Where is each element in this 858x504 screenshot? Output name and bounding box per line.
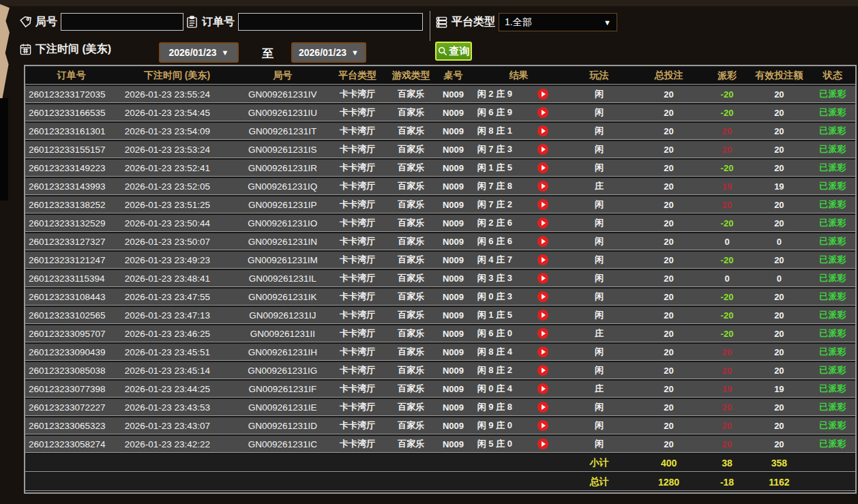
bet-time-cell: 2026-01-23 23:48:41 (118, 270, 237, 287)
date-from-picker[interactable]: 2026/01/23 ▼ (159, 42, 239, 63)
play-icon[interactable] (537, 273, 548, 284)
play-icon[interactable] (537, 346, 548, 357)
valid-bet-cell: 20 (748, 288, 810, 306)
order-number-cell: 260123233108443 (25, 288, 118, 306)
valid-bet-cell: 20 (748, 417, 810, 434)
play-icon[interactable] (537, 162, 548, 173)
clipboard-icon (186, 16, 198, 29)
order-number-cell: 260123233132529 (25, 215, 118, 232)
game-type-cell: 百家乐 (387, 417, 436, 434)
table-no-cell: N009 (436, 104, 471, 121)
result-cell: 闲 3 庄 3 (471, 270, 518, 287)
play-triangle (542, 386, 546, 391)
total-bet-cell: 20 (632, 381, 706, 398)
play-icon[interactable] (537, 144, 548, 155)
bet-records-table: 订单号 下注时间 (美东) 局号 平台类型 游戏类型 桌号 结果 玩法 总投注 … (24, 65, 857, 494)
order-number-cell: 260123233166535 (25, 104, 118, 121)
play-icon[interactable] (537, 236, 548, 247)
total-payout: -18 (706, 473, 748, 491)
replay-cell (519, 233, 567, 250)
status-cell: 已派彩 (810, 307, 855, 324)
search-button-label: 查询 (449, 45, 470, 58)
status-cell: 已派彩 (810, 417, 855, 434)
payout-cell: 20 (706, 141, 748, 158)
game-type-cell: 百家乐 (387, 381, 436, 398)
play-icon[interactable] (537, 89, 548, 100)
result-cell: 闲 6 庄 6 (471, 233, 518, 250)
play-icon[interactable] (537, 107, 548, 118)
game-type-cell: 百家乐 (387, 344, 436, 361)
game-type-cell: 百家乐 (387, 160, 436, 177)
total-valid-bet: 1162 (748, 473, 810, 491)
replay-cell (519, 362, 567, 379)
table-no-cell: N009 (436, 215, 471, 232)
play-icon[interactable] (537, 254, 548, 265)
play-icon[interactable] (537, 383, 548, 394)
play-triangle (542, 128, 546, 134)
play-icon[interactable] (537, 328, 548, 339)
chevron-down-icon: ▼ (604, 18, 611, 27)
replay-cell (519, 436, 567, 453)
play-icon[interactable] (537, 439, 548, 449)
col-header-table-no: 桌号 (436, 68, 471, 85)
result-cell: 闲 6 庄 9 (471, 104, 518, 121)
order-input[interactable] (238, 13, 423, 31)
result-cell: 闲 7 庄 3 (471, 141, 518, 158)
date-to-picker[interactable]: 2026/01/23 ▼ (291, 42, 366, 63)
order-number-cell: 260123233121247 (25, 252, 118, 269)
result-cell: 闲 0 庄 4 (471, 381, 518, 398)
bet-type-cell: 闲 (567, 436, 632, 453)
bet-type-cell: 闲 (567, 252, 632, 269)
replay-cell (519, 252, 567, 269)
play-icon[interactable] (537, 310, 548, 321)
play-triangle (542, 110, 546, 115)
play-triangle (542, 276, 546, 281)
col-header-round: 局号 (237, 68, 329, 85)
play-icon[interactable] (537, 365, 548, 376)
platform-select[interactable]: 1.全部 ▼ (499, 13, 617, 31)
date-to-value: 2026/01/23 (299, 47, 346, 58)
search-button[interactable]: 查询 (435, 42, 472, 61)
play-icon[interactable] (537, 125, 548, 136)
play-icon[interactable] (537, 402, 548, 413)
payout-cell: 0 (706, 270, 748, 287)
round-id-cell: GN009261231ID (237, 417, 329, 434)
replay-cell (519, 270, 567, 287)
result-cell: 闲 7 庄 8 (471, 178, 518, 195)
play-icon[interactable] (537, 420, 548, 431)
play-icon[interactable] (537, 291, 548, 302)
replay-cell (519, 307, 567, 324)
total-bet-cell: 20 (632, 344, 706, 361)
valid-bet-cell: 20 (748, 436, 810, 453)
round-input[interactable] (61, 13, 183, 31)
play-icon[interactable] (537, 181, 548, 192)
replay-cell (519, 399, 567, 416)
col-header-game: 游戏类型 (387, 68, 436, 85)
table-row: 260123233058274 2026-01-23 23:42:22 GN00… (25, 436, 855, 453)
round-id-cell: GN009261231IQ (237, 178, 329, 195)
status-cell: 已派彩 (810, 436, 855, 453)
table-no-cell: N009 (436, 233, 471, 250)
platform-cell: 卡卡湾厅 (329, 362, 386, 379)
round-id-cell: GN009261231IH (237, 344, 329, 361)
table-no-cell: N009 (436, 288, 471, 306)
play-icon[interactable] (537, 199, 548, 210)
subtotal-status-spacer (810, 454, 855, 472)
col-header-status: 状态 (810, 68, 855, 85)
subtotal-row: 小计 400 38 358 (25, 454, 855, 472)
total-bet-cell: 20 (632, 325, 706, 342)
table-no-cell: N009 (436, 417, 471, 434)
total-row: 总计 1280 -18 1162 (25, 473, 855, 491)
platform-cell: 卡卡湾厅 (329, 417, 386, 434)
game-type-cell: 百家乐 (387, 196, 436, 213)
valid-bet-cell: 20 (748, 307, 810, 324)
result-cell: 闲 5 庄 0 (471, 436, 518, 453)
play-icon[interactable] (537, 218, 548, 228)
total-bet-cell: 20 (632, 399, 706, 416)
replay-cell (519, 417, 567, 434)
bet-time-cell: 2026-01-23 23:51:25 (118, 196, 237, 213)
bet-time-cell: 2026-01-23 23:45:14 (118, 362, 237, 379)
valid-bet-cell: 20 (748, 215, 810, 232)
status-cell: 已派彩 (810, 160, 855, 177)
play-triangle (542, 441, 546, 447)
